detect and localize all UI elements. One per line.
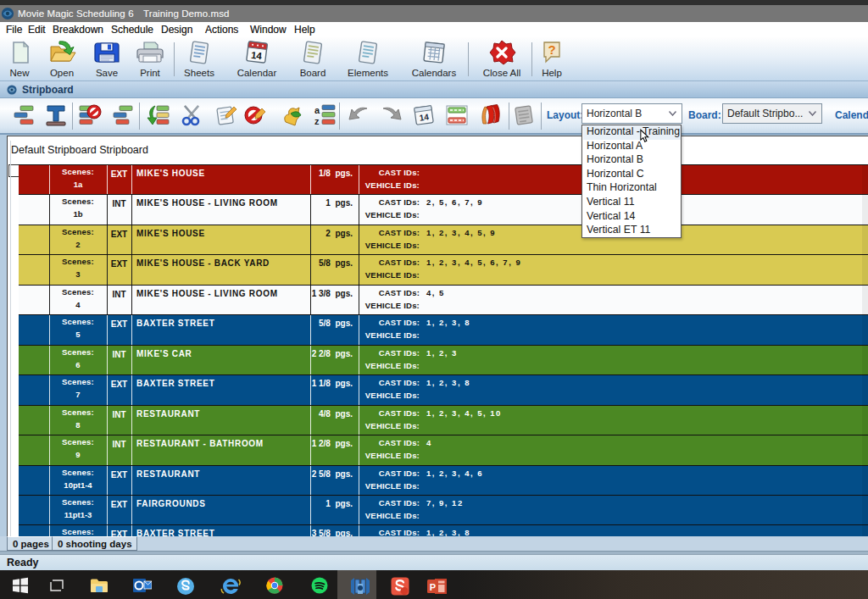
svg-text:?: ? xyxy=(548,42,555,57)
svg-text:P: P xyxy=(430,582,436,592)
svg-text:14: 14 xyxy=(419,112,430,123)
svg-text:z: z xyxy=(314,116,320,126)
svg-text:a: a xyxy=(314,105,320,115)
svg-text:14: 14 xyxy=(250,50,263,62)
